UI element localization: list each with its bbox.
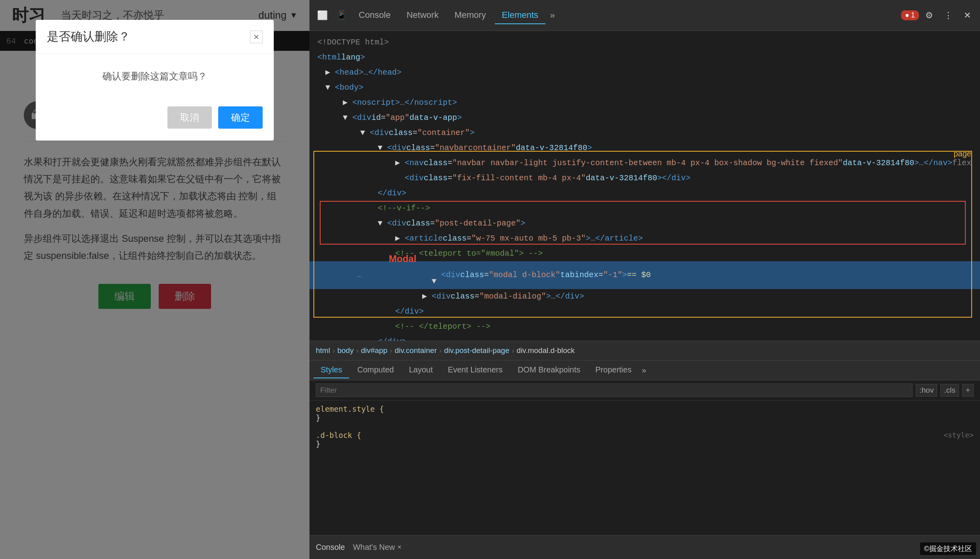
element-style-rule: element.style { } [316,405,974,422]
styles-body: element.style { } .d-block { <style> } [309,401,980,535]
tree-line: </div> [309,334,980,341]
tree-line[interactable]: ▶ <nav class="navbar navbar-light justif… [309,156,980,171]
html-tree: page Modal <!DOCTYPE html> <html lang> ▶… [309,31,980,341]
confirm-button[interactable]: 确定 [218,106,263,129]
modal-body: 确认要删除这篇文章吗？ [36,54,274,98]
styles-filter-input[interactable] [316,384,913,397]
tree-line: <!--v-if--> [309,201,980,216]
cls-button[interactable]: .cls [940,384,959,397]
breadcrumb-div-container[interactable]: div.container [395,346,437,355]
element-style-selector: element.style { [316,405,384,413]
console-tab-console[interactable]: Console [316,543,345,552]
left-panel: 时习 当天时习之，不亦悦乎 duting ▼ 是否确认删除？ × 确认要删除这篇… [0,0,309,559]
watermark: ©掘金技术社区 [920,542,976,555]
settings-button[interactable]: ⚙ [920,7,938,24]
devtools-toolbar: ⬜ 📱 Console Network Memory Elements » 1 … [309,0,980,31]
breadcrumb-post-detail[interactable]: div.post-detail-page [444,346,509,355]
tree-line[interactable]: ▼ <body> [309,80,980,95]
tab-network[interactable]: Network [400,7,446,24]
style-source: <style> [943,431,974,439]
d-block-rule: .d-block { <style> } [316,431,974,448]
more-style-tabs[interactable]: » [640,362,649,378]
hov-button[interactable]: :hov [916,384,937,397]
tree-line: <!-- </teleport> --> [309,319,980,334]
d-block-close: } [316,439,320,448]
tab-elements[interactable]: Elements [495,7,546,24]
close-devtools-button[interactable]: ✕ [959,7,976,24]
devtools-panel: ⬜ 📱 Console Network Memory Elements » 1 … [309,0,980,559]
tree-line[interactable]: ▼ <div class="navbarcontainer" data-v-32… [309,141,980,156]
modal-close-button[interactable]: × [250,31,263,43]
more-tabs-button[interactable]: » [547,7,558,24]
tab-console[interactable]: Console [352,7,398,24]
error-badge: 1 [901,10,919,20]
tab-memory[interactable]: Memory [447,7,493,24]
console-tab-whats-new[interactable]: What's New × [353,543,402,552]
breadcrumb-body[interactable]: body [337,346,354,355]
breadcrumb-div-app[interactable]: div#app [361,346,388,355]
tree-line[interactable]: ▶ <head>…</head> [309,65,980,80]
tab-properties[interactable]: Properties [588,362,639,378]
styles-filter-buttons: :hov .cls + [916,384,974,397]
tree-line[interactable]: ▶ <noscript>…</noscript> [309,95,980,110]
console-close-button[interactable]: × [397,543,402,551]
cancel-button[interactable]: 取消 [167,106,212,129]
modal-footer: 取消 确定 [36,98,274,141]
tab-event-listeners[interactable]: Event Listeners [441,362,510,378]
tab-styles[interactable]: Styles [313,362,349,378]
whats-new-label: What's New [353,543,395,552]
delete-confirm-modal: 是否确认删除？ × 确认要删除这篇文章吗？ 取消 确定 [36,20,274,141]
inspect-element-button[interactable]: ⬜ [313,7,331,24]
tree-line[interactable]: ▼ <div class="post-detail-page"> [309,216,980,231]
styles-tabs: Styles Computed Layout Event Listeners D… [309,360,980,380]
tree-line-selected[interactable]: … ▼ <div class="modal d-block" tabindex=… [309,261,980,289]
modal-header: 是否确认删除？ × [36,20,274,54]
tree-line: <!DOCTYPE html> [309,35,980,50]
styles-panel: Styles Computed Layout Event Listeners D… [309,360,980,535]
tree-line: </div> [309,304,980,319]
tree-line: </div> [309,186,980,201]
styles-content: :hov .cls + element.style { } .d-block {… [309,380,980,535]
tree-line[interactable]: <div class="fix-fill-content mb-4 px-4" … [309,171,980,186]
breadcrumb-html[interactable]: html [316,346,330,355]
tree-line: <html lang> [309,50,980,65]
three-dots-icon: … [357,269,362,281]
tree-line[interactable]: ▶ <article class="w-75 mx-auto mb-5 pb-3… [309,231,980,246]
modal-overlay: 是否确认删除？ × 确认要删除这篇文章吗？ 取消 确定 [0,0,309,559]
tree-line[interactable]: ▼ <div id="app" data-v-app> [309,110,980,125]
d-block-selector: .d-block { [316,431,361,439]
tree-line[interactable]: ▼ <div class="container"> [309,125,980,141]
tab-computed[interactable]: Computed [350,362,401,378]
breadcrumb-modal[interactable]: div.modal.d-block [517,346,575,355]
more-options-button[interactable]: ⋮ [940,7,957,24]
styles-filter-row: :hov .cls + [309,380,980,401]
console-label: Console [316,543,345,552]
tab-dom-breakpoints[interactable]: DOM Breakpoints [511,362,588,378]
console-bar: Console What's New × ©掘金技术社区 [309,535,980,559]
device-toolbar-button[interactable]: 📱 [332,7,350,24]
devtools-breadcrumb: html › body › div#app › div.container › … [309,341,980,360]
add-style-button[interactable]: + [962,384,974,397]
element-style-close: } [316,413,320,422]
modal-title: 是否确认删除？ [47,29,130,45]
tree-line[interactable]: ▶ <div class="modal-dialog">…</div> [309,289,980,304]
tree-line: <!-- <teleport to="#modal"> --> [309,246,980,261]
tab-layout[interactable]: Layout [402,362,440,378]
